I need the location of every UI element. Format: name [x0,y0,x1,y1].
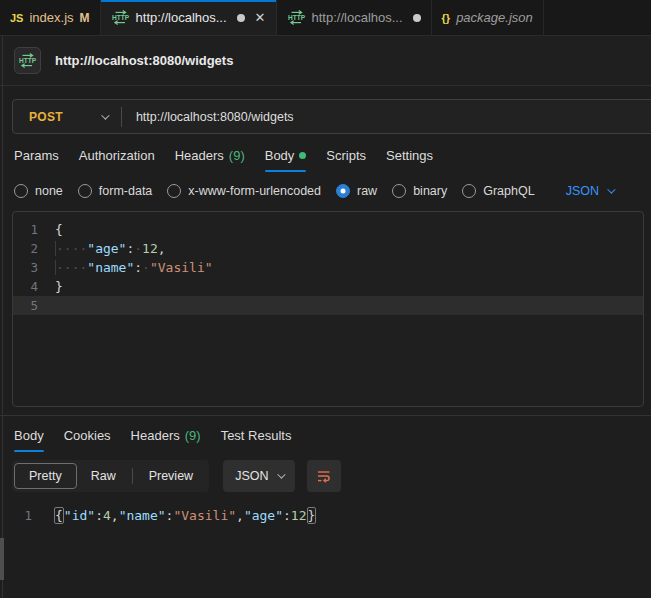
divider [132,468,133,484]
response-body-line[interactable]: 1 {"id":4,"name":"Vasili","age":12} [0,506,651,525]
editor-line[interactable]: 1 { [13,220,643,239]
whitespace-dots: · [134,241,142,256]
tab-http-request-2[interactable]: HTTP http://localhos... [277,0,432,35]
radio-label: x-www-form-urlencoded [188,184,321,198]
radio-form-data[interactable]: form-data [78,184,153,198]
code-token: , [158,241,166,256]
code-token: "name" [87,260,134,275]
code-token: 4 [103,508,111,523]
request-body-editor[interactable]: 1 { 2 ····"age":·12, 3 ····"name":·"Vasi… [12,211,644,407]
whitespace-dots: ···· [55,241,87,256]
format-select[interactable]: JSON [566,184,613,198]
response-toolbar: Pretty Raw Preview JSON [0,452,651,492]
code-token: 12 [291,508,307,523]
line-number: 1 [0,506,54,525]
tab-body[interactable]: Body [265,148,307,172]
code-token: "name" [119,508,166,523]
request-url-bar: POST http://localhost:8080/widgets [12,99,651,134]
format-label: JSON [235,469,268,483]
panel-edge-divider [2,36,3,598]
radio-icon[interactable] [167,184,181,198]
tab-response-body[interactable]: Body [14,428,44,452]
close-icon[interactable]: ✕ [255,10,266,25]
tab-label: Scripts [326,148,366,163]
tab-label: index.js [29,10,73,25]
radio-binary[interactable]: binary [392,184,447,198]
tab-response-headers[interactable]: Headers (9) [131,428,201,452]
radio-icon[interactable] [14,184,28,198]
code-token: "Vasili" [173,508,236,523]
request-tabs: Params Authorization Headers (9) Body Sc… [0,134,651,172]
response-format-select[interactable]: JSON [223,460,295,492]
editor-line[interactable]: 3 ····"name":·"Vasili" [13,258,643,277]
word-wrap-button[interactable] [307,460,341,492]
svg-text:HTTP: HTTP [19,57,37,64]
radio-none[interactable]: none [14,184,63,198]
code-token: "age" [244,508,283,523]
unsaved-dot-icon[interactable] [413,14,421,22]
line-number: 4 [13,277,55,296]
code-token: 12 [142,241,158,256]
url-input[interactable]: http://localhost:8080/widgets [136,110,294,124]
request-title-url: http://localhost:8080/widgets [55,53,233,68]
javascript-file-icon: JS [10,12,23,24]
tab-label: Headers [131,428,180,443]
tab-label: Body [265,148,295,163]
radio-x-www-form-urlencoded[interactable]: x-www-form-urlencoded [167,184,321,198]
tab-label: Params [14,148,59,163]
chevron-down-icon [101,111,109,119]
chevron-down-icon [607,185,615,193]
tab-label: package.json [456,10,533,25]
scrollbar-thumb[interactable] [0,538,4,580]
tab-label: Authorization [79,148,155,163]
code-token: "id" [64,508,95,523]
code-token: , [236,508,244,523]
pretty-button[interactable]: Pretty [14,463,77,489]
http-request-icon: HTTP [18,53,37,68]
radio-label: form-data [99,184,153,198]
tab-index-js[interactable]: JS index.js M [0,0,101,35]
code-token: "age" [87,241,126,256]
button-label: Pretty [29,469,62,483]
editor-tab-bar: JS index.js M HTTP http://localhos... ✕ … [0,0,651,36]
raw-button[interactable]: Raw [77,464,130,488]
tab-label: http://localhos... [136,10,227,25]
radio-label: GraphQL [483,184,534,198]
code-token: } [55,279,63,294]
line-number: 5 [13,296,55,315]
radio-raw[interactable]: raw [336,184,377,198]
preview-button[interactable]: Preview [135,464,207,488]
tab-params[interactable]: Params [14,148,59,172]
button-label: Preview [149,469,193,483]
editor-line[interactable]: 4 } [13,277,643,296]
tab-package-json[interactable]: {} package.json [432,0,544,35]
http-badge: HTTP [14,47,41,74]
code-token: , [111,508,119,523]
editor-line-current[interactable]: 5 [13,296,643,315]
radio-graphql[interactable]: GraphQL [462,184,534,198]
radio-icon[interactable] [78,184,92,198]
code-token: : [95,508,103,523]
radio-icon[interactable] [462,184,476,198]
body-present-dot-icon [299,152,306,159]
radio-selected-icon[interactable] [336,184,350,198]
tab-authorization[interactable]: Authorization [79,148,155,172]
headers-count: (9) [229,148,245,163]
code-token: : [283,508,291,523]
divider [121,107,122,127]
editor-line[interactable]: 2 ····"age":·12, [13,239,643,258]
radio-icon[interactable] [392,184,406,198]
tab-label: Cookies [64,428,111,443]
button-label: Raw [91,469,116,483]
method-select[interactable]: POST [13,110,121,124]
bracket-match: { [54,507,64,524]
unsaved-dot-icon[interactable] [237,14,245,22]
tab-scripts[interactable]: Scripts [326,148,366,172]
tab-settings[interactable]: Settings [386,148,433,172]
tab-http-request-active[interactable]: HTTP http://localhos... ✕ [101,0,277,35]
tab-headers[interactable]: Headers (9) [175,148,245,172]
tab-test-results[interactable]: Test Results [221,428,292,452]
request-title-row: HTTP http://localhost:8080/widgets [0,36,651,86]
http-request-icon: HTTP [287,10,306,25]
tab-cookies[interactable]: Cookies [64,428,111,452]
